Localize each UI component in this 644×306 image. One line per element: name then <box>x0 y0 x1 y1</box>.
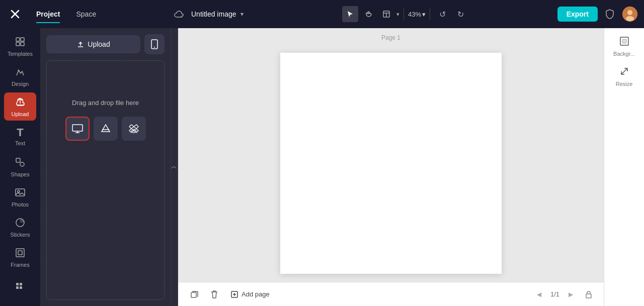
shapes-icon <box>15 157 26 169</box>
app-logo[interactable] <box>6 5 24 23</box>
svg-rect-20 <box>16 283 19 285</box>
right-panel: Backgr... Resize <box>604 28 644 306</box>
upload-panel: Upload Drag and drop file here <box>40 28 171 306</box>
photos-icon <box>15 187 26 199</box>
svg-point-6 <box>627 10 632 15</box>
upload-icon <box>15 96 26 109</box>
more-icon <box>15 281 26 294</box>
document-title: Untitled image <box>191 10 236 18</box>
top-bar-right: Export <box>557 6 638 22</box>
add-page-label: Add page <box>242 290 270 298</box>
svg-rect-19 <box>18 251 22 255</box>
project-space-tabs: Project Space <box>28 6 104 22</box>
sidebar-label-templates: Templates <box>8 51 33 57</box>
templates-icon <box>15 36 26 49</box>
top-bar: Project Space Untitled image ▾ <box>0 0 644 28</box>
sidebar-label-shapes: Shapes <box>11 171 29 177</box>
text-icon: T <box>17 127 23 138</box>
next-page-button[interactable]: ▶ <box>564 287 578 301</box>
avatar-image <box>622 7 637 22</box>
sidebar-item-photos[interactable]: Photos <box>4 183 36 212</box>
cloud-save-button[interactable] <box>171 8 187 20</box>
device-upload-button[interactable] <box>65 117 90 141</box>
svg-rect-31 <box>586 294 591 298</box>
main-area: Templates Design Upload <box>0 28 644 306</box>
resize-panel-label: Resize <box>616 81 633 87</box>
zoom-level: 43% <box>408 11 421 18</box>
svg-rect-23 <box>20 286 22 289</box>
sidebar-item-more[interactable] <box>4 274 36 302</box>
canvas-scroll[interactable]: Page 1 <box>178 28 604 282</box>
shield-icon-button[interactable] <box>602 6 618 22</box>
redo-button[interactable]: ↻ <box>452 6 468 22</box>
google-drive-upload-button[interactable] <box>94 117 118 141</box>
panel-collapse-handle[interactable]: ❮ <box>171 28 178 306</box>
svg-point-12 <box>18 69 20 71</box>
canvas-area: Page 1 Add pag <box>178 28 604 306</box>
prev-page-button[interactable]: ◀ <box>532 287 546 301</box>
svg-rect-21 <box>20 283 22 285</box>
sidebar-item-templates[interactable]: Templates <box>4 32 36 60</box>
svg-point-7 <box>626 16 634 21</box>
sidebar-item-text[interactable]: T Text <box>4 123 36 151</box>
sidebar-label-photos: Photos <box>12 201 29 208</box>
canvas-page[interactable] <box>280 53 502 274</box>
sidebar-item-design[interactable]: Design <box>4 62 36 90</box>
undo-button[interactable]: ↺ <box>434 6 450 22</box>
upload-button-label: Upload <box>88 40 110 48</box>
upload-drop-zone[interactable]: Drag and drop file here <box>46 60 165 300</box>
layout-dropdown-button[interactable]: ▾ <box>396 11 399 18</box>
svg-rect-8 <box>16 38 20 41</box>
phone-upload-button[interactable] <box>144 34 165 54</box>
svg-rect-10 <box>16 42 20 46</box>
title-dropdown-button[interactable]: ▾ <box>240 11 244 18</box>
zoom-control[interactable]: 43% ▾ <box>408 11 426 18</box>
stickers-icon <box>15 217 26 230</box>
user-avatar[interactable] <box>622 6 638 22</box>
left-sidebar: Templates Design Upload <box>0 28 40 306</box>
svg-rect-22 <box>16 286 19 289</box>
svg-rect-27 <box>191 292 196 297</box>
svg-rect-11 <box>21 42 24 46</box>
sidebar-item-stickers[interactable]: Stickers <box>4 214 36 242</box>
sidebar-label-upload: Upload <box>12 111 29 117</box>
layout-tool-button[interactable] <box>378 6 394 22</box>
svg-point-25 <box>154 47 155 48</box>
svg-rect-18 <box>16 249 24 257</box>
resize-icon <box>619 66 629 79</box>
svg-rect-13 <box>16 158 20 162</box>
sidebar-label-text: Text <box>15 140 25 146</box>
sidebar-label-frames: Frames <box>11 262 29 268</box>
resize-panel-button[interactable]: Resize <box>607 62 641 90</box>
collapse-icon: ❮ <box>172 165 177 169</box>
tab-project[interactable]: Project <box>28 6 68 22</box>
frames-icon <box>15 247 26 260</box>
sidebar-item-upload[interactable]: Upload <box>4 92 36 121</box>
svg-point-14 <box>20 162 24 166</box>
svg-rect-33 <box>622 39 626 43</box>
delete-page-button[interactable] <box>206 286 222 302</box>
copy-page-button[interactable] <box>186 286 202 302</box>
hand-tool-button[interactable] <box>360 6 376 22</box>
upload-files-button[interactable]: Upload <box>46 35 140 53</box>
page-navigation: ◀ 1/1 ▶ <box>532 287 596 301</box>
background-icon <box>619 36 629 49</box>
tab-space[interactable]: Space <box>68 6 104 22</box>
sidebar-item-shapes[interactable]: Shapes <box>4 153 36 181</box>
page-label: Page 1 <box>381 34 400 41</box>
export-button[interactable]: Export <box>557 7 598 22</box>
svg-rect-26 <box>72 125 83 131</box>
sidebar-item-frames[interactable]: Frames <box>4 244 36 272</box>
page-lock-button[interactable] <box>582 287 596 301</box>
dropbox-upload-button[interactable] <box>122 117 146 141</box>
canvas-bottom-bar: Add page ◀ 1/1 ▶ <box>178 282 604 306</box>
svg-rect-9 <box>21 38 24 41</box>
sidebar-label-stickers: Stickers <box>10 232 30 238</box>
add-page-button[interactable]: Add page <box>226 288 274 300</box>
select-tool-button[interactable] <box>342 6 358 22</box>
sidebar-label-design: Design <box>12 81 29 87</box>
upload-source-icons <box>65 117 146 141</box>
background-panel-button[interactable]: Backgr... <box>607 32 641 60</box>
background-panel-label: Backgr... <box>613 51 635 57</box>
panel-top-bar: Upload <box>40 28 171 60</box>
